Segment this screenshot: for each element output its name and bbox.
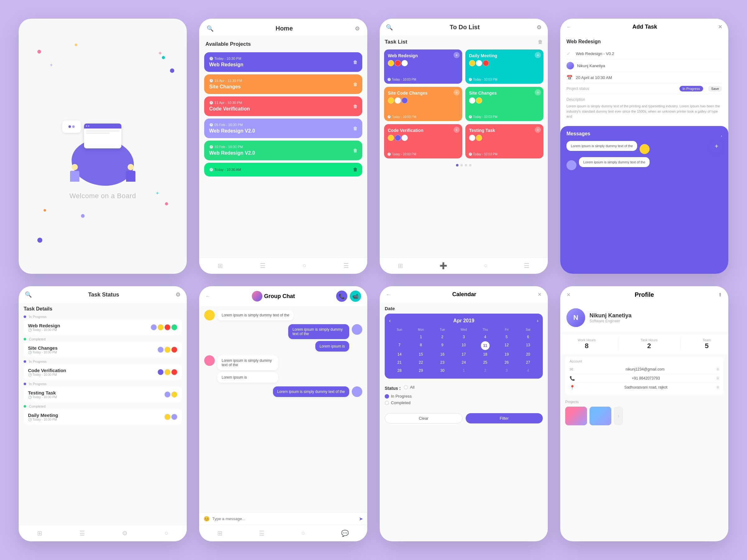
cal-day-next[interactable]: 3 (496, 367, 517, 374)
back-icon[interactable]: ← (386, 292, 391, 297)
nav-home[interactable]: ○ (484, 262, 487, 269)
nav-list[interactable]: ☰ (259, 530, 264, 537)
cal-day[interactable]: 21 (389, 359, 410, 366)
cal-day[interactable]: 15 (411, 351, 431, 358)
cal-day[interactable]: 18 (475, 351, 495, 358)
cal-day[interactable]: 13 (518, 341, 538, 350)
cal-day-next[interactable]: 4 (518, 367, 538, 374)
task-detail-item[interactable]: Code Verification 🕐 Today - 10:30 PM (24, 365, 182, 379)
more-projects[interactable]: › (614, 407, 623, 425)
cal-day[interactable]: 9 (432, 341, 453, 350)
task-card[interactable]: + Daily Meeting 🕐 Today - 10:03 PM (465, 50, 543, 84)
cal-day[interactable]: 14 (389, 351, 410, 358)
cal-day[interactable]: 19 (496, 351, 517, 358)
next-month-btn[interactable]: › (537, 318, 538, 324)
project-item[interactable]: 🕐 05 Feb - 10:30 PM Web Redesign V2.0 🗑 (204, 118, 362, 138)
status-badge[interactable]: In Progress (679, 86, 703, 91)
share-icon[interactable]: ⬆ (718, 292, 722, 298)
task-detail-item[interactable]: Testing Task 🕐 Today - 10:30 PM (24, 387, 182, 402)
filter-button[interactable]: Filter (466, 413, 543, 423)
project-item[interactable]: 🕐 Today - 10:30 AM 🗑 (204, 163, 362, 177)
cal-day[interactable]: 1 (411, 333, 431, 341)
search-icon[interactable]: 🔍 (207, 25, 213, 32)
nav-chat[interactable]: 💬 (341, 530, 349, 537)
cal-day[interactable]: 6 (518, 333, 538, 341)
filter-icon[interactable]: ⚙ (537, 24, 542, 31)
cal-day[interactable]: 30 (432, 367, 453, 374)
close-icon[interactable]: ✕ (718, 24, 722, 30)
nav-list[interactable]: ☰ (79, 530, 85, 537)
cal-day[interactable]: 4 (475, 333, 495, 341)
nav-grid[interactable]: ⊞ (398, 262, 403, 269)
chat-input[interactable] (212, 516, 356, 521)
delete-icon[interactable]: 🗑 (353, 82, 357, 87)
page-dot[interactable] (460, 164, 463, 166)
cal-day[interactable]: 2 (432, 333, 453, 341)
delete-icon[interactable]: 🗑 (353, 126, 357, 131)
project-item[interactable]: 🕐 10 Feb - 10:30 PM Web Redesign V2.0 🗑 (204, 141, 362, 160)
search-icon[interactable]: 🔍 (386, 24, 393, 31)
cal-day[interactable]: 5 (496, 333, 517, 341)
plus-icon[interactable]: + (535, 89, 541, 96)
add-button[interactable]: + (711, 141, 722, 152)
trash-icon[interactable]: 🗑 (538, 39, 543, 45)
cal-day[interactable]: 8 (411, 341, 431, 350)
project-thumbnail[interactable] (565, 407, 587, 425)
copy-icon[interactable]: ⎘ (717, 385, 719, 390)
project-item[interactable]: 🕐 Today - 10:30 PM Web Redesign 🗑 (204, 52, 362, 72)
nav-menu[interactable]: ☰ (343, 262, 349, 269)
plus-icon[interactable]: + (535, 52, 541, 58)
plus-icon[interactable]: + (454, 52, 460, 58)
project-thumbnail[interactable] (590, 407, 611, 425)
project-item[interactable]: 🕐 11 Apr - 10:30 PM Code Verification 🗑 (204, 97, 362, 116)
messages-more[interactable]: › (721, 134, 722, 138)
filter-icon[interactable]: ⚙ (176, 291, 181, 298)
nav-grid[interactable]: ⊞ (217, 530, 223, 537)
radio-completed[interactable]: Completed (385, 400, 543, 405)
back-icon[interactable]: ← (566, 24, 571, 30)
save-badge[interactable]: Save (708, 86, 722, 91)
search-icon[interactable]: 🔍 (25, 291, 32, 298)
task-card[interactable]: + Site Changes 🕐 Today - 10:03 PM (465, 87, 543, 121)
cal-day[interactable]: 16 (432, 351, 453, 358)
cal-day[interactable]: 25 (475, 359, 495, 366)
cal-day[interactable]: 29 (411, 367, 431, 374)
nav-settings[interactable]: ⚙ (122, 530, 128, 537)
delete-icon[interactable]: 🗑 (353, 148, 357, 153)
task-detail-item[interactable]: Daily Meeting 🕐 Today - 10:30 PM (24, 409, 182, 424)
task-card[interactable]: + Code Verification 🕐 Today - 10:03 PM (384, 124, 462, 158)
cal-day[interactable]: 28 (389, 367, 410, 374)
nav-menu[interactable]: ☰ (524, 262, 530, 269)
filter-icon[interactable]: ⚙ (355, 25, 360, 32)
plus-icon[interactable]: + (454, 89, 460, 96)
cal-day[interactable]: 26 (496, 359, 517, 366)
nav-home[interactable]: ○ (301, 530, 305, 537)
nav-grid[interactable]: ⊞ (37, 530, 42, 537)
cal-day-next[interactable]: 2 (475, 367, 495, 374)
nav-home[interactable]: ○ (303, 262, 306, 269)
page-dot[interactable] (465, 164, 467, 166)
cal-day[interactable]: 20 (518, 351, 538, 358)
prev-month-btn[interactable]: ‹ (389, 318, 391, 324)
nav-add[interactable]: ➕ (439, 262, 447, 269)
task-card[interactable]: + Site Code Changes 🕐 Today - 10:03 PM (384, 87, 462, 121)
cal-day[interactable]: 7 (389, 341, 410, 350)
cal-day[interactable]: 27 (518, 359, 538, 366)
radio-all[interactable]: All (404, 385, 414, 390)
video-button[interactable]: 📹 (350, 291, 361, 302)
radio-icon[interactable] (385, 394, 389, 399)
page-dot[interactable] (469, 164, 471, 166)
emoji-icon[interactable]: 😊 (204, 516, 210, 522)
plus-icon[interactable]: + (535, 127, 541, 133)
send-icon[interactable]: ➤ (359, 516, 363, 522)
radio-inprogress[interactable]: In Progress (385, 394, 543, 399)
cal-day[interactable]: 23 (432, 359, 453, 366)
cal-day-next[interactable]: 1 (454, 367, 474, 374)
close-icon[interactable]: ✕ (566, 292, 570, 298)
radio-icon[interactable] (404, 385, 408, 390)
project-item[interactable]: 🕐 15 Apr - 11:30 PM Site Changes 🗑 (204, 74, 362, 94)
nav-menu[interactable]: ○ (165, 530, 169, 537)
delete-icon[interactable]: 🗑 (353, 167, 357, 172)
task-card[interactable]: + Web Redesign 🕐 Today - 10:03 PM (384, 50, 462, 84)
nav-list[interactable]: ☰ (260, 262, 265, 269)
